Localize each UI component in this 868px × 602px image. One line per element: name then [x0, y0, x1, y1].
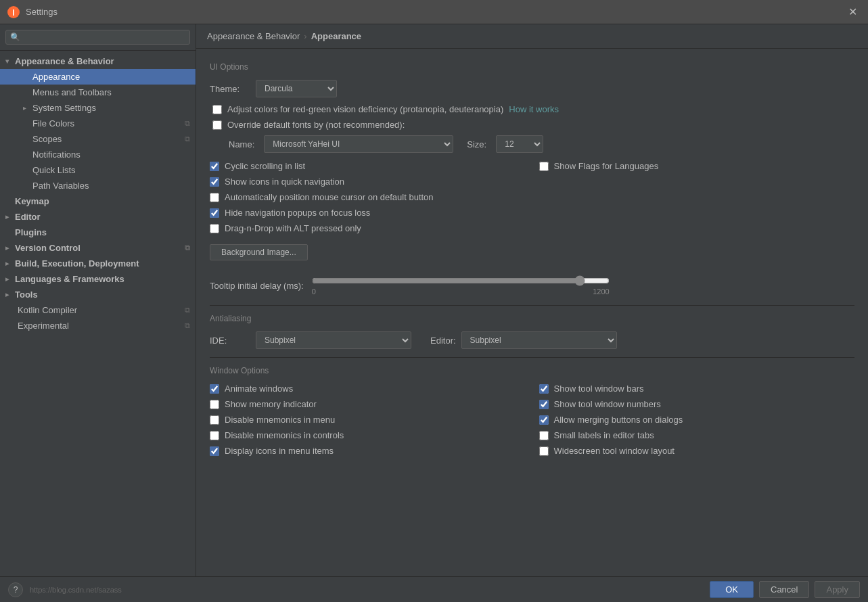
- sidebar-item-keymap[interactable]: Keymap: [0, 193, 196, 209]
- sidebar-item-label: Version Control: [15, 243, 81, 253]
- tooltip-slider-wrap: Tooltip initial delay (ms): 0 1200: [210, 275, 854, 296]
- adjust-colors-checkbox[interactable]: [212, 105, 222, 114]
- animate-windows-label[interactable]: Animate windows: [225, 384, 293, 394]
- search-input-wrap[interactable]: 🔍: [5, 30, 190, 45]
- antialiasing-label: Antialiasing: [210, 314, 854, 323]
- breadcrumb-current: Appearance: [311, 31, 361, 41]
- arrow-build: [5, 260, 15, 267]
- override-fonts-checkbox[interactable]: [212, 120, 222, 130]
- sidebar-item-label: Build, Execution, Deployment: [15, 258, 139, 269]
- widescreen-label[interactable]: Widescreen tool window layout: [554, 446, 675, 456]
- drag-drop-label[interactable]: Drag-n-Drop with ALT pressed only: [225, 223, 361, 233]
- font-row: Name: Microsoft YaHei UI Size: 12 10 11 …: [210, 135, 854, 153]
- drag-drop-checkbox[interactable]: [210, 224, 219, 233]
- show-tool-numbers-checkbox[interactable]: [539, 400, 549, 409]
- widescreen-checkbox[interactable]: [539, 446, 549, 456]
- auto-position-row: Automatically position mouse cursor on d…: [210, 192, 526, 202]
- allow-merging-checkbox[interactable]: [539, 415, 549, 425]
- footer-left: ? https://blog.csdn.net/sazass: [8, 582, 122, 597]
- disable-mnemonics-controls-checkbox[interactable]: [210, 431, 219, 440]
- help-button[interactable]: ?: [8, 582, 23, 597]
- cyclic-scroll-label[interactable]: Cyclic scrolling in list: [225, 161, 305, 171]
- tooltip-slider[interactable]: [312, 275, 610, 286]
- breadcrumb-separator: ›: [304, 31, 306, 41]
- close-button[interactable]: ✕: [844, 5, 861, 19]
- sidebar-item-build-execution[interactable]: Build, Execution, Deployment: [0, 256, 196, 271]
- slider-ticks: 0 1200: [312, 287, 610, 296]
- small-labels-label[interactable]: Small labels in editor tabs: [554, 430, 654, 440]
- show-tool-bars-checkbox[interactable]: [539, 384, 549, 394]
- show-icons-label[interactable]: Show icons in quick navigation: [225, 177, 344, 187]
- cyclic-scroll-checkbox[interactable]: [210, 162, 219, 171]
- sidebar-item-experimental[interactable]: Experimental ⧉: [0, 318, 196, 333]
- editor-aa-label: Editor:: [430, 335, 456, 346]
- sidebar-item-menus-toolbars[interactable]: Menus and Toolbars: [0, 85, 196, 100]
- adjust-colors-label[interactable]: Adjust colors for red-green vision defic…: [227, 104, 503, 114]
- arrow-system: [23, 104, 32, 112]
- window-col-left: Animate windows Show memory indicator Di…: [210, 384, 526, 461]
- sidebar-item-label: System Settings: [32, 103, 96, 113]
- main-container: 🔍 Appearance & Behavior Appearance Menus…: [0, 24, 868, 576]
- search-input[interactable]: [23, 32, 185, 42]
- search-box: 🔍: [0, 24, 196, 51]
- tooltip-label: Tooltip initial delay (ms):: [210, 281, 304, 291]
- slider-min: 0: [312, 287, 316, 296]
- disable-mnemonics-menu-checkbox[interactable]: [210, 415, 219, 425]
- hide-nav-checkbox[interactable]: [210, 208, 219, 218]
- sidebar-item-version-control[interactable]: Version Control ⧉: [0, 240, 196, 256]
- theme-select[interactable]: Darcula IntelliJ High Contrast Windows 1…: [256, 80, 337, 97]
- sidebar-item-kotlin-compiler[interactable]: Kotlin Compiler ⧉: [0, 302, 196, 318]
- sidebar-item-editor[interactable]: Editor: [0, 209, 196, 225]
- sidebar-item-appearance[interactable]: Appearance: [0, 69, 196, 85]
- sidebar-item-path-variables[interactable]: Path Variables: [0, 178, 196, 193]
- animate-windows-checkbox[interactable]: [210, 384, 219, 394]
- ide-label: IDE:: [210, 335, 250, 346]
- sidebar-item-system-settings[interactable]: System Settings: [0, 100, 196, 116]
- font-size-select[interactable]: 12 10 11 13 14: [496, 135, 543, 153]
- theme-row: Theme: Darcula IntelliJ High Contrast Wi…: [210, 80, 854, 97]
- hide-nav-label[interactable]: Hide navigation popups on focus loss: [225, 208, 370, 218]
- display-icons-checkbox[interactable]: [210, 446, 219, 456]
- disable-mnemonics-controls-label[interactable]: Disable mnemonics in controls: [225, 430, 344, 440]
- show-tool-numbers-label[interactable]: Show tool window numbers: [554, 399, 661, 409]
- font-name-select[interactable]: Microsoft YaHei UI: [264, 135, 453, 153]
- sidebar-item-appearance-behavior[interactable]: Appearance & Behavior: [0, 53, 196, 69]
- display-icons-label[interactable]: Display icons in menu items: [225, 446, 334, 456]
- sidebar-item-languages-frameworks[interactable]: Languages & Frameworks: [0, 271, 196, 287]
- override-fonts-label[interactable]: Override default fonts by (not recommend…: [227, 120, 405, 130]
- show-memory-label[interactable]: Show memory indicator: [225, 399, 317, 409]
- arrow-vc: [5, 244, 15, 252]
- how-it-works-link[interactable]: How it works: [509, 104, 559, 114]
- show-icons-row: Show icons in quick navigation: [210, 177, 526, 187]
- small-labels-checkbox[interactable]: [539, 431, 549, 440]
- allow-merging-label[interactable]: Allow merging buttons on dialogs: [554, 415, 683, 425]
- sidebar-item-tools[interactable]: Tools: [0, 287, 196, 302]
- apply-button[interactable]: Apply: [815, 581, 860, 598]
- editor-antialiasing-select[interactable]: Subpixel Greyscale None: [461, 331, 617, 349]
- bg-image-button[interactable]: Background Image...: [210, 244, 308, 260]
- font-size-label: Size:: [467, 139, 486, 149]
- sidebar-item-scopes[interactable]: Scopes ⧉: [0, 131, 196, 147]
- ide-antialiasing-select[interactable]: Subpixel Greyscale None: [256, 331, 411, 349]
- auto-position-checkbox[interactable]: [210, 193, 219, 202]
- ok-button[interactable]: OK: [710, 581, 754, 598]
- show-flags-checkbox[interactable]: [539, 162, 549, 171]
- auto-position-label[interactable]: Automatically position mouse cursor on d…: [225, 192, 434, 202]
- sidebar-item-plugins[interactable]: Plugins: [0, 225, 196, 240]
- antialiasing-row: IDE: Subpixel Greyscale None Editor: Sub…: [210, 331, 854, 349]
- sidebar-item-file-colors[interactable]: File Colors ⧉: [0, 116, 196, 131]
- show-tool-bars-label[interactable]: Show tool window bars: [554, 384, 644, 394]
- sidebar-item-notifications[interactable]: Notifications: [0, 147, 196, 162]
- show-flags-label[interactable]: Show Flags for Languages: [554, 161, 659, 171]
- search-icon: 🔍: [10, 32, 20, 42]
- sidebar-item-quick-lists[interactable]: Quick Lists: [0, 162, 196, 178]
- window-title: Settings: [26, 7, 58, 17]
- font-name-label: Name:: [229, 139, 254, 149]
- disable-mnemonics-controls-row: Disable mnemonics in controls: [210, 430, 526, 440]
- show-memory-checkbox[interactable]: [210, 400, 219, 409]
- cancel-button[interactable]: Cancel: [759, 581, 809, 598]
- sidebar-tree: Appearance & Behavior Appearance Menus a…: [0, 51, 196, 576]
- title-bar-left: I Settings: [7, 5, 58, 19]
- show-icons-checkbox[interactable]: [210, 177, 219, 187]
- disable-mnemonics-menu-label[interactable]: Disable mnemonics in menu: [225, 415, 335, 425]
